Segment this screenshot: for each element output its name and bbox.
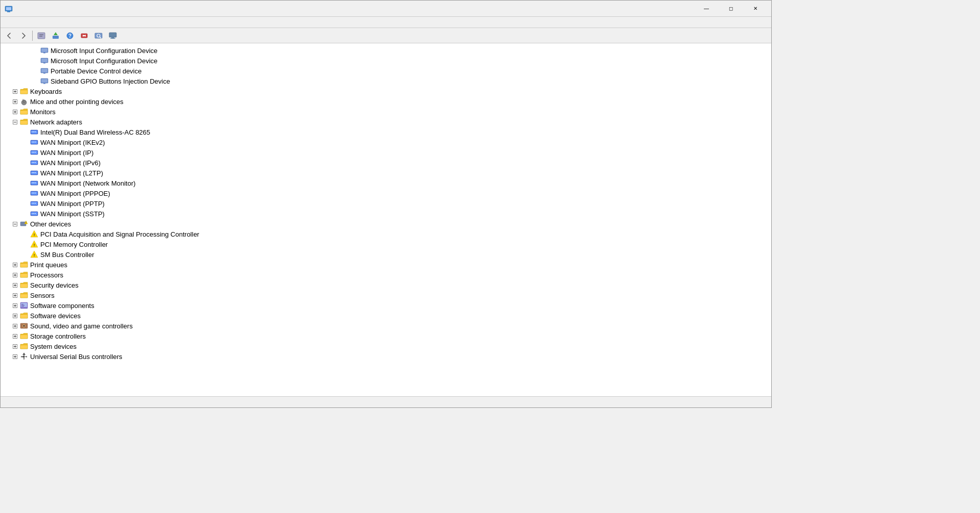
tree-item-sensors[interactable]: Sensors	[1, 290, 771, 300]
tree-item-system-devices[interactable]: System devices	[1, 341, 771, 351]
item-label-wan-ipv6: WAN Miniport (IPv6)	[40, 159, 101, 167]
tree-item-sm-bus[interactable]: ! SM Bus Controller	[1, 249, 771, 260]
expand-btn-software-components[interactable]	[11, 301, 19, 310]
tree-item-security-devices[interactable]: Security devices	[1, 280, 771, 290]
menu-file[interactable]	[3, 17, 11, 28]
window-controls: — ◻ ✕	[695, 1, 767, 17]
content-area: Microsoft Input Configuration Device Mic…	[1, 43, 771, 396]
expand-btn-monitors[interactable]	[11, 108, 19, 116]
tree-item-storage-controllers[interactable]: Storage controllers	[1, 331, 771, 341]
expand-btn-network-adapters[interactable]	[11, 118, 19, 126]
tree-item-pci-data[interactable]: ! PCI Data Acquisition and Signal Proces…	[1, 229, 771, 239]
expand-btn-software-devices[interactable]	[11, 312, 19, 320]
svg-rect-50	[35, 132, 36, 132]
svg-rect-74	[33, 183, 34, 183]
expand-btn-other-devices[interactable]	[11, 220, 19, 228]
tree-item-wan-sstp[interactable]: WAN Miniport (SSTP)	[1, 209, 771, 219]
expand-btn-sound-video[interactable]	[11, 322, 19, 330]
svg-rect-83	[32, 203, 33, 203]
expand-btn-print-queues[interactable]	[11, 261, 19, 269]
item-label-ms-input-1: Microsoft Input Configuration Device	[51, 47, 158, 55]
tree-item-monitors[interactable]: Monitors	[1, 107, 771, 117]
expand-btn-wan-l2tp	[21, 169, 29, 177]
tree-item-software-components[interactable]: Software components	[1, 300, 771, 311]
minimize-button[interactable]: —	[695, 1, 718, 17]
svg-rect-21	[43, 53, 45, 54]
expand-btn-storage-controllers[interactable]	[11, 332, 19, 340]
update-driver-button[interactable]	[49, 30, 62, 42]
expand-btn-pci-data	[21, 230, 29, 238]
tree-item-wan-ipv6[interactable]: WAN Miniport (IPv6)	[1, 158, 771, 168]
device-icon	[40, 67, 48, 75]
scan-button[interactable]	[92, 30, 105, 42]
folder-icon	[20, 271, 28, 279]
svg-rect-119	[21, 304, 23, 304]
tree-item-wan-network-monitor[interactable]: WAN Miniport (Network Monitor)	[1, 178, 771, 188]
svg-rect-121	[21, 306, 24, 306]
tree-item-sound-video[interactable]: Sound, video and game controllers	[1, 321, 771, 331]
tree-item-sideband-gpio[interactable]: Sideband GPIO Buttons Injection Device	[1, 76, 771, 86]
tree-item-wan-pptp[interactable]: WAN Miniport (PPTP)	[1, 198, 771, 209]
expand-btn-portable-device	[31, 67, 39, 75]
item-label-portable-device: Portable Device Control device	[51, 67, 141, 75]
tree-item-processors[interactable]: Processors	[1, 270, 771, 280]
menu-help[interactable]	[27, 17, 35, 28]
svg-rect-18	[110, 38, 115, 39]
tree-item-print-queues[interactable]: Print queues	[1, 260, 771, 270]
svg-text:!: !	[34, 253, 35, 258]
tree-item-ms-input-2[interactable]: Microsoft Input Configuration Device	[1, 56, 771, 66]
tree-item-wan-pppoe[interactable]: WAN Miniport (PPPOE)	[1, 188, 771, 198]
svg-rect-90	[35, 213, 36, 214]
tree-item-wan-ip[interactable]: WAN Miniport (IP)	[1, 147, 771, 158]
tree-item-portable-device[interactable]: Portable Device Control device	[1, 66, 771, 76]
tree-item-wan-ikev2[interactable]: WAN Miniport (IKEv2)	[1, 137, 771, 147]
tree-item-keyboards[interactable]: Keyboards	[1, 86, 771, 96]
expand-btn-system-devices[interactable]	[11, 342, 19, 350]
svg-rect-85	[35, 203, 36, 203]
expand-btn-wan-network-monitor	[21, 179, 29, 187]
back-button[interactable]	[3, 30, 16, 42]
properties-button[interactable]	[35, 30, 48, 42]
svg-rect-79	[33, 193, 34, 193]
network-device-icon	[30, 159, 38, 167]
svg-rect-23	[41, 59, 47, 62]
computer-properties-button[interactable]	[106, 30, 119, 42]
maximize-button[interactable]: ◻	[719, 1, 743, 17]
expand-btn-mice[interactable]	[11, 97, 19, 106]
help-properties-button[interactable]: ?	[63, 30, 77, 42]
tree-item-usb-controllers[interactable]: Universal Serial Bus controllers	[1, 351, 771, 362]
expand-btn-processors[interactable]	[11, 271, 19, 279]
expand-btn-sensors[interactable]	[11, 291, 19, 299]
folder-icon	[20, 261, 28, 269]
tree-item-intel-wireless[interactable]: Intel(R) Dual Band Wireless-AC 8265	[1, 127, 771, 137]
svg-rect-146	[21, 356, 22, 357]
svg-rect-1	[6, 7, 11, 10]
expand-btn-pci-memory	[21, 240, 29, 248]
menu-view[interactable]	[19, 17, 27, 28]
tree-item-ms-input-1[interactable]: Microsoft Input Configuration Device	[1, 45, 771, 56]
item-label-keyboards: Keyboards	[30, 88, 62, 95]
folder-icon	[20, 118, 28, 126]
tree-item-wan-l2tp[interactable]: WAN Miniport (L2TP)	[1, 168, 771, 178]
tree-item-other-devices[interactable]: ! Other devices	[1, 219, 771, 229]
tree-item-pci-memory[interactable]: ! PCI Memory Controller	[1, 239, 771, 249]
expand-btn-usb-controllers[interactable]	[11, 352, 19, 361]
device-tree[interactable]: Microsoft Input Configuration Device Mic…	[1, 43, 771, 396]
close-button[interactable]: ✕	[744, 1, 767, 17]
tree-item-software-devices[interactable]: Software devices	[1, 311, 771, 321]
uninstall-button[interactable]	[78, 30, 91, 42]
svg-rect-24	[43, 63, 45, 64]
svg-rect-16	[109, 33, 116, 37]
svg-rect-30	[43, 83, 45, 84]
forward-button[interactable]	[17, 30, 30, 42]
expand-btn-sideband-gpio	[31, 77, 39, 85]
svg-rect-78	[32, 193, 33, 193]
menu-action[interactable]	[11, 17, 19, 28]
tree-item-network-adapters[interactable]: Network adapters	[1, 117, 771, 127]
expand-btn-security-devices[interactable]	[11, 281, 19, 289]
expand-btn-wan-ipv6	[21, 159, 29, 167]
tree-item-mice[interactable]: Mice and other pointing devices	[1, 96, 771, 107]
svg-rect-59	[33, 152, 34, 152]
warning-small-icon: !	[30, 250, 38, 259]
expand-btn-keyboards[interactable]	[11, 87, 19, 95]
